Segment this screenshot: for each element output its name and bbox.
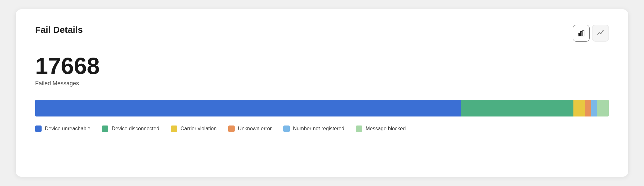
legend-item-number-not-registered: Number not registered bbox=[283, 126, 344, 132]
bar-chart-icon bbox=[577, 29, 585, 37]
legend-label-number-not-registered: Number not registered bbox=[293, 126, 344, 132]
metric-section: 17668 Failed Messages bbox=[35, 54, 609, 87]
legend-item-device-unreachable: Device unreachable bbox=[35, 126, 90, 132]
legend-swatch-number-not-registered bbox=[283, 126, 290, 132]
fail-details-card: Fail Details 17668 Failed Messages Devic… bbox=[16, 9, 628, 177]
bar-segment-unknown-error bbox=[585, 100, 591, 116]
legend-swatch-message-blocked bbox=[356, 126, 362, 132]
line-chart-button[interactable] bbox=[592, 25, 609, 42]
bar-chart-button[interactable] bbox=[573, 25, 590, 42]
failed-messages-label: Failed Messages bbox=[35, 80, 609, 87]
svg-rect-1 bbox=[581, 32, 582, 36]
svg-rect-2 bbox=[583, 30, 584, 36]
legend-swatch-unknown-error bbox=[228, 126, 235, 132]
legend-item-unknown-error: Unknown error bbox=[228, 126, 272, 132]
chart-toggle-group bbox=[573, 25, 609, 42]
bar-segment-device-unreachable bbox=[35, 100, 461, 116]
page-title: Fail Details bbox=[35, 25, 83, 35]
bar-segment-carrier-violation bbox=[573, 100, 585, 116]
legend-label-device-disconnected: Device disconnected bbox=[112, 126, 159, 132]
legend-label-device-unreachable: Device unreachable bbox=[45, 126, 90, 132]
bar-segment-message-blocked bbox=[597, 100, 609, 116]
legend-swatch-carrier-violation bbox=[171, 126, 177, 132]
legend-label-carrier-violation: Carrier violation bbox=[181, 126, 217, 132]
legend: Device unreachableDevice disconnectedCar… bbox=[35, 126, 609, 132]
legend-swatch-device-unreachable bbox=[35, 126, 42, 132]
bar-segment-number-not-registered bbox=[591, 100, 597, 116]
stacked-bar bbox=[35, 100, 609, 116]
line-chart-icon bbox=[597, 29, 604, 37]
legend-item-message-blocked: Message blocked bbox=[356, 126, 406, 132]
legend-label-message-blocked: Message blocked bbox=[366, 126, 406, 132]
svg-rect-0 bbox=[578, 33, 580, 36]
card-header: Fail Details bbox=[35, 25, 609, 42]
bar-segment-device-disconnected bbox=[461, 100, 573, 116]
failed-messages-count: 17668 bbox=[35, 54, 609, 78]
legend-item-carrier-violation: Carrier violation bbox=[171, 126, 217, 132]
legend-swatch-device-disconnected bbox=[102, 126, 108, 132]
legend-item-device-disconnected: Device disconnected bbox=[102, 126, 159, 132]
legend-label-unknown-error: Unknown error bbox=[238, 126, 272, 132]
